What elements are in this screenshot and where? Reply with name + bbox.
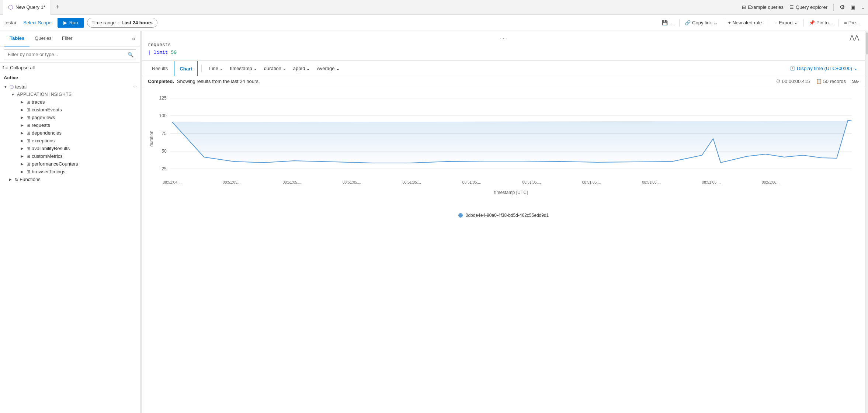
toolbar-sep-4 — [803, 19, 804, 27]
performanceCounters-table-icon: ⊞ — [27, 162, 30, 167]
expand-button[interactable]: ⋙ — [852, 79, 859, 84]
sidebar-collapse-button[interactable]: « — [132, 35, 135, 42]
query-explorer-btn[interactable]: ☰ Query explorer — [789, 4, 827, 10]
tree-item-browserTimings[interactable]: ▶ ⊞ browserTimings — [0, 168, 140, 176]
tree-item-workspace[interactable]: ▼ ⬡ testai ☆ — [0, 83, 140, 91]
clock-icon: 🕐 — [789, 66, 795, 71]
status-bar: Completed. Showing results from the last… — [142, 76, 865, 87]
query-more-indicator: ... — [148, 35, 859, 41]
functions-label: Functions — [20, 177, 40, 182]
toolbar-actions: 💾 … 🔗 Copy link ⌄ + New alert rule → Exp… — [659, 18, 864, 27]
save-more: … — [669, 20, 674, 25]
tree-item-customEvents[interactable]: ▶ ⊞ customEvents — [0, 106, 140, 114]
tab-chart[interactable]: Chart — [174, 61, 198, 76]
tree-item-performanceCounters[interactable]: ▶ ⊞ performanceCounters — [0, 160, 140, 168]
workspace-chevron: ▼ — [4, 85, 8, 89]
workspace-star[interactable]: ☆ — [133, 84, 138, 90]
records-icon: 📋 — [816, 79, 822, 84]
chart-type-button[interactable]: Line ⌄ — [206, 65, 226, 72]
collapse-all-label: Collapse all — [10, 65, 35, 70]
tab-results-label: Results — [152, 66, 168, 71]
customEvents-chevron: ▶ — [21, 108, 25, 112]
export-button[interactable]: → Export ⌄ — [770, 18, 801, 27]
query-editor[interactable]: ... requests | limit 50 ⋀⋀ — [142, 31, 865, 61]
collapse-all-row[interactable]: ⇑≡ Collapse all — [0, 63, 140, 73]
search-input[interactable] — [4, 49, 136, 59]
chart-y-axis-button[interactable]: duration ⌄ — [261, 65, 289, 72]
query-pipe-operator: | — [148, 50, 154, 55]
chart-agg-button[interactable]: Average ⌄ — [314, 65, 343, 72]
run-button[interactable]: ▶ Run — [58, 18, 84, 28]
pageViews-chevron: ▶ — [21, 115, 25, 119]
svg-text:timestamp [UTC]: timestamp [UTC] — [494, 190, 528, 195]
copy-link-button[interactable]: 🔗 Copy link ⌄ — [682, 18, 720, 27]
add-tab-button[interactable]: + — [51, 3, 64, 11]
settings-btn[interactable]: ⚙ — [840, 4, 845, 11]
traces-table-icon: ⊞ — [27, 100, 30, 105]
duration-value: 00:00:00.415 — [782, 79, 810, 84]
tree-item-traces[interactable]: ▶ ⊞ traces — [0, 98, 140, 106]
display-time-button[interactable]: 🕐 Display time (UTC+00:00) ⌄ — [787, 65, 861, 72]
chart-type-chevron: ⌄ — [219, 66, 223, 71]
tree-item-requests[interactable]: ▶ ⊞ requests — [0, 121, 140, 129]
dependencies-table-icon: ⊞ — [27, 131, 30, 136]
expand-icon: ⋙ — [852, 79, 859, 84]
collapse-all-icon: ⇑≡ — [1, 65, 8, 70]
chart-x-axis-label: timestamp — [230, 66, 252, 71]
search-icon-button[interactable]: 🔍 — [128, 52, 134, 57]
svg-text:75: 75 — [162, 131, 167, 136]
more-btn[interactable]: ⌄ — [861, 4, 865, 10]
time-range-button[interactable]: Time range : Last 24 hours — [87, 18, 157, 28]
query-collapse-button[interactable]: ⋀⋀ — [850, 34, 859, 41]
status-records: 📋 50 records — [816, 79, 846, 84]
save-icon: 💾 — [662, 20, 668, 25]
toolbar-sep-5 — [839, 19, 839, 27]
select-scope-button[interactable]: Select Scope — [20, 18, 55, 27]
status-completed: Completed. — [148, 79, 174, 84]
pre-button[interactable]: ≡ Pre… — [841, 18, 864, 27]
example-queries-btn[interactable]: ⊞ Example queries — [742, 4, 784, 10]
browserTimings-table-icon: ⊞ — [27, 169, 30, 174]
search-icon: 🔍 — [128, 52, 134, 57]
tree-item-availabilityResults[interactable]: ▶ ⊞ availabilityResults — [0, 145, 140, 152]
export-label: Export — [779, 20, 793, 25]
tree-item-functions[interactable]: ▶ fx Functions — [0, 176, 140, 183]
svg-text:50: 50 — [162, 149, 167, 154]
copy-link-icon: 🔗 — [685, 20, 691, 25]
right-scrollbar[interactable] — [865, 31, 868, 413]
tree-item-pageViews[interactable]: ▶ ⊞ pageViews — [0, 114, 140, 121]
customEvents-table-icon: ⊞ — [27, 107, 30, 112]
scrollbar-thumb[interactable] — [866, 32, 868, 55]
tree-item-app-insights[interactable]: ▼ APPLICATION INSIGHTS — [0, 91, 140, 98]
tree-item-customMetrics[interactable]: ▶ ⊞ customMetrics — [0, 152, 140, 160]
run-label: Run — [69, 20, 78, 25]
performanceCounters-label: performanceCounters — [32, 161, 78, 167]
display-time-label: Display time (UTC+00:00) — [797, 66, 852, 71]
tab-filter[interactable]: Filter — [57, 31, 78, 46]
tab-queries[interactable]: Queries — [29, 31, 57, 46]
pin-label: Pin to… — [816, 20, 833, 25]
pin-to-button[interactable]: 📌 Pin to… — [806, 18, 836, 27]
sidebar-toggle-btn[interactable]: ▣ — [851, 4, 855, 10]
chart-split-button[interactable]: appId ⌄ — [290, 65, 313, 72]
browserTimings-chevron: ▶ — [21, 170, 25, 174]
tab-tables[interactable]: Tables — [4, 31, 29, 46]
customMetrics-label: customMetrics — [32, 153, 63, 159]
save-btn[interactable]: 💾 … — [659, 18, 677, 27]
new-alert-rule-button[interactable]: + New alert rule — [725, 18, 765, 27]
chart-split-chevron: ⌄ — [306, 66, 310, 71]
query-line-2: | limit 50 — [148, 49, 859, 57]
tree-item-exceptions[interactable]: ▶ ⊞ exceptions — [0, 137, 140, 145]
query-tab[interactable]: ⬡ New Query 1* — [3, 0, 51, 15]
chart-x-axis-button[interactable]: timestamp ⌄ — [227, 65, 260, 72]
customMetrics-table-icon: ⊞ — [27, 154, 30, 159]
tab-tables-label: Tables — [10, 35, 24, 41]
tab-results[interactable]: Results — [146, 61, 173, 76]
tree-item-dependencies[interactable]: ▶ ⊞ dependencies — [0, 129, 140, 137]
functions-icon: fx — [15, 177, 18, 182]
svg-text:08:51:05....: 08:51:05.... — [283, 180, 302, 184]
requests-label: requests — [32, 122, 50, 128]
sidebar-tabs: Tables Queries Filter « — [0, 31, 140, 46]
search-wrapper: 🔍 — [4, 49, 136, 59]
export-chevron: ⌄ — [794, 20, 798, 25]
